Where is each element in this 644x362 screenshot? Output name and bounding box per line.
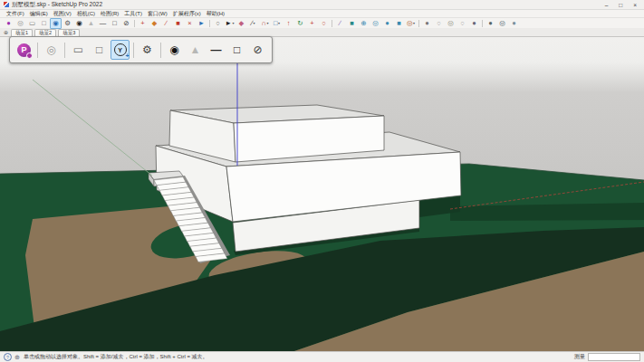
walk-icon[interactable]: ◎ <box>445 18 457 29</box>
scene-tab[interactable]: 场景1 <box>11 29 33 36</box>
floating-toolbar-separator <box>133 43 134 58</box>
menu-item[interactable]: 工具(T) <box>121 10 145 18</box>
podium-logo-icon: P <box>17 43 31 57</box>
section-display-icon[interactable]: ● <box>381 18 393 29</box>
offset-icon[interactable]: ○ <box>318 18 330 29</box>
light-tool-icon[interactable]: ◉ <box>50 18 62 29</box>
scene-tab[interactable]: 场景3 <box>58 29 80 36</box>
menu-item[interactable]: 编辑(E) <box>27 10 51 18</box>
line-light-icon: — <box>211 44 222 55</box>
podium-settings-icon[interactable]: ⚙ <box>62 18 73 29</box>
menu-item[interactable]: 视图(V) <box>51 10 74 18</box>
measurement-area: 测量 <box>574 353 640 361</box>
move-icon[interactable]: + <box>306 18 318 29</box>
floating-toolbar: P◎▭□Y+⚙◉▲—□⊘ <box>9 36 273 63</box>
menu-item[interactable]: 窗口(W) <box>145 10 170 18</box>
add-scene-icon[interactable]: ⊕ <box>4 29 8 35</box>
toolbar-separator <box>332 20 332 27</box>
video-export-button[interactable]: ▭ <box>69 40 88 60</box>
area-light-icon[interactable]: □ <box>109 18 120 29</box>
menu-item[interactable]: 文件(F) <box>4 10 27 18</box>
section-cut-icon[interactable]: ■ <box>393 18 405 29</box>
tape-measure-icon[interactable]: ∕ <box>334 18 346 29</box>
spot-light-icon: ▲ <box>190 44 201 55</box>
section-fill-icon[interactable]: ◎ <box>370 18 381 29</box>
close-button[interactable]: × <box>633 2 637 8</box>
area-light-button[interactable]: □ <box>227 40 246 60</box>
push-pull-icon[interactable]: ↑ <box>283 18 294 29</box>
point-light-icon[interactable]: ◉ <box>73 18 85 29</box>
point-light-button[interactable]: ◉ <box>165 40 184 60</box>
podium-logo-button[interactable]: P <box>14 40 34 60</box>
window-controls: – □ × <box>605 2 640 8</box>
app-window: 别墅模型.skp - SketchUp Pro 2022 – □ × 文件(F)… <box>0 0 644 362</box>
camera-icon: □ <box>96 44 102 55</box>
menu-item[interactable]: 绘图(R) <box>98 10 121 18</box>
select-arrow-blue-icon[interactable]: ► <box>196 18 207 29</box>
view-top-icon[interactable]: ◎ <box>496 18 508 29</box>
toolbar-separator <box>418 20 419 27</box>
gear-icon: ⚙ <box>142 44 152 55</box>
render-preview-icon[interactable]: ◎ <box>14 18 26 29</box>
paint-bucket-icon[interactable]: ■ <box>346 18 358 29</box>
render-icon: ◎ <box>46 44 55 55</box>
hide-lights-icon: ⊘ <box>253 44 262 55</box>
window-title: 别墅模型.skp - SketchUp Pro 2022 <box>12 1 102 9</box>
toggle-lights-icon[interactable]: ⊘ <box>120 18 132 29</box>
scene-tab[interactable]: 场景2 <box>34 29 56 36</box>
toolbar-separator <box>209 20 210 27</box>
fog-icon[interactable]: ○ <box>433 18 445 29</box>
floating-toolbar-separator <box>37 43 38 58</box>
help-icon[interactable]: ? <box>4 353 12 361</box>
podium-logo-icon[interactable]: ● <box>3 18 14 29</box>
plugin-pen-icon[interactable]: ∕ <box>160 18 172 29</box>
area-light-icon: □ <box>234 44 240 55</box>
toolbar-separator <box>134 20 135 27</box>
orbit-icon[interactable]: ◎▾ <box>405 18 417 29</box>
arc-icon[interactable]: ∩▾ <box>259 18 271 29</box>
sketchup-logo-icon <box>4 2 9 7</box>
rotate-icon[interactable]: ↻ <box>294 18 306 29</box>
line-light-icon[interactable]: — <box>97 18 109 29</box>
toolbar-separator <box>482 20 483 27</box>
toggle-lights-button[interactable]: ⊘ <box>248 40 267 60</box>
image-export-icon[interactable]: □ <box>38 18 50 29</box>
minimize-button[interactable]: – <box>605 2 609 8</box>
select-icon[interactable]: ►▾ <box>224 18 235 29</box>
light-tool-button[interactable]: Y+ <box>111 40 130 60</box>
window-chrome: 别墅模型.skp - SketchUp Pro 2022 – □ × 文件(F)… <box>0 0 644 37</box>
plugin-delete-icon[interactable]: × <box>184 18 196 29</box>
video-export-icon[interactable]: ▭ <box>26 18 38 29</box>
shadow-icon[interactable]: ● <box>421 18 433 29</box>
rectangle-icon[interactable]: □▾ <box>271 18 283 29</box>
point-light-icon: ◉ <box>169 44 178 55</box>
view-front-icon[interactable]: ● <box>508 18 520 29</box>
view-iso-icon[interactable]: ● <box>485 18 496 29</box>
plugin-move-icon[interactable]: + <box>137 18 149 29</box>
plugin-box-icon[interactable]: ■ <box>172 18 184 29</box>
eraser-icon[interactable]: ◆ <box>235 18 247 29</box>
menu-item[interactable]: 扩展程序(x) <box>170 10 204 18</box>
menu-item[interactable]: 帮助(H) <box>204 10 227 18</box>
image-export-button[interactable]: □ <box>90 40 109 60</box>
maximize-button[interactable]: □ <box>619 2 622 8</box>
zoom-search-icon[interactable]: ○ <box>212 18 224 29</box>
measure-input[interactable] <box>588 353 640 361</box>
line-light-button[interactable]: — <box>207 40 226 60</box>
look-around-icon[interactable]: ○ <box>457 18 468 29</box>
light-tool-icon: Y+ <box>114 43 127 56</box>
position-camera-icon[interactable]: ● <box>468 18 480 29</box>
settings-button[interactable]: ⚙ <box>138 40 157 60</box>
section-plane-icon[interactable]: ⊕ <box>358 18 370 29</box>
geolocation-icon[interactable]: ⊕ <box>14 354 20 361</box>
plugin-brush-icon[interactable]: ◆ <box>149 18 160 29</box>
line-icon[interactable]: ∕▾ <box>247 18 259 29</box>
floating-toolbar-separator <box>64 43 65 58</box>
menu-item[interactable]: 相机(C) <box>74 10 98 18</box>
main-toolbar: ●◎▭□◉⚙◉▲—□⊘+◆∕■×►○►▾◆∕▾∩▾□▾↑↻+○∕■⊕◎●■◎▾●… <box>0 17 644 28</box>
render-button[interactable]: ◎ <box>42 40 61 60</box>
status-bar: ? ⊕ 单击或拖动以选择对象。Shift = 添加/减去，Ctrl = 添加，S… <box>0 351 644 362</box>
spot-light-button[interactable]: ▲ <box>186 40 205 60</box>
spot-light-icon[interactable]: ▲ <box>85 18 97 29</box>
measure-label: 测量 <box>574 353 585 361</box>
